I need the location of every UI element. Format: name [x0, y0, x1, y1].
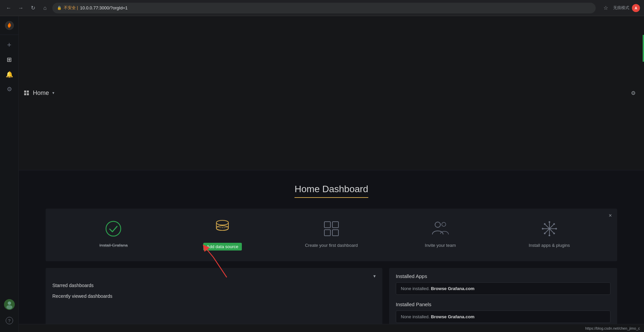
- sidebar-item-help[interactable]: ?: [0, 313, 19, 328]
- installed-apps-box: None installed. Browse Grafana.com: [396, 282, 610, 295]
- svg-point-1: [9, 26, 10, 27]
- getting-started-panel: × Install Grafana: [46, 209, 617, 261]
- main-content: Home Dashboard × Install Grafana: [19, 170, 644, 324]
- panel-dropdown-row: ▾: [52, 273, 376, 279]
- step-install-grafana[interactable]: Install Grafana: [59, 219, 168, 248]
- browser-chrome: ← → ↻ ⌂ 🔒 不安全 | 10.0.0.77:3000/?orgId=1 …: [0, 0, 644, 16]
- sidebar-item-alerts[interactable]: 🔔: [0, 67, 19, 82]
- svg-point-6: [216, 220, 228, 225]
- create-dashboard-icon: [322, 219, 341, 238]
- chevron-down-icon: ▾: [52, 91, 54, 95]
- svg-point-25: [544, 232, 545, 234]
- dashboard-settings-button[interactable]: ⚙: [628, 88, 639, 98]
- url-text: 10.0.0.77:3000/?orgId=1: [80, 5, 127, 10]
- browse-apps-link[interactable]: Browse Grafana.com: [431, 286, 475, 291]
- svg-point-18: [548, 221, 550, 223]
- url-prefix: 不安全 |: [64, 5, 78, 11]
- page-header: Home Dashboard: [19, 170, 644, 209]
- user-avatar: [4, 299, 15, 310]
- browser-actions: ☆ 无痕模式 A: [601, 3, 640, 13]
- add-icon: +: [7, 41, 11, 49]
- install-plugins-icon: [540, 219, 559, 238]
- install-grafana-label: Install Grafana: [99, 243, 128, 248]
- starred-dashboards-link[interactable]: Starred dashboards: [52, 281, 376, 289]
- installed-apps-title: Installed Apps: [396, 273, 610, 279]
- home-title-group[interactable]: Home ▾: [24, 90, 54, 97]
- alert-icon: 🔔: [6, 71, 13, 78]
- user-avatar-icon: [4, 299, 15, 310]
- invite-team-label: Invite your team: [425, 243, 456, 248]
- svg-point-5: [106, 221, 121, 236]
- svg-point-13: [442, 222, 446, 226]
- installed-panels-title: Installed Panels: [396, 301, 610, 307]
- incognito-label: 无痕模式: [613, 5, 629, 11]
- installed-panels-box: None installed. Browse Grafana.com: [396, 311, 610, 323]
- svg-rect-10: [324, 230, 330, 236]
- dashboard-sections: ▾ Starred dashboards Recently viewed das…: [46, 268, 617, 324]
- grafana-logo-icon: [5, 21, 14, 30]
- svg-rect-11: [332, 230, 338, 236]
- right-panel: Installed Apps None installed. Browse Gr…: [389, 268, 617, 324]
- svg-point-20: [542, 228, 543, 229]
- recent-dashboards-link[interactable]: Recently viewed dashboards: [52, 292, 376, 300]
- svg-point-21: [555, 228, 557, 229]
- create-dashboard-label: Create your first dashboard: [305, 243, 358, 248]
- grafana-logo[interactable]: [0, 16, 19, 35]
- grid-icon: [24, 91, 29, 95]
- install-plugins-label: Install apps & plugins: [529, 243, 570, 248]
- svg-point-3: [8, 301, 11, 305]
- sidebar: + ⊞ 🔔 ⚙ ?: [0, 16, 19, 332]
- page-title: Home Dashboard: [294, 184, 368, 198]
- svg-rect-8: [324, 222, 330, 228]
- svg-point-22: [544, 223, 545, 225]
- browse-panels-link[interactable]: Browse Grafana.com: [431, 314, 475, 319]
- svg-point-7: [216, 226, 228, 230]
- panel-dropdown-button[interactable]: ▾: [373, 273, 376, 279]
- sidebar-item-add[interactable]: +: [0, 38, 19, 52]
- help-icon: ?: [6, 317, 13, 324]
- step-invite-team[interactable]: Invite your team: [386, 219, 495, 248]
- sidebar-item-settings[interactable]: ⚙: [0, 82, 19, 97]
- left-panel: ▾ Starred dashboards Recently viewed das…: [46, 268, 382, 324]
- profile-avatar[interactable]: A: [632, 4, 640, 12]
- invite-team-icon: [431, 219, 450, 238]
- step-create-dashboard[interactable]: Create your first dashboard: [277, 219, 386, 248]
- installed-apps-empty-text: None installed.: [401, 286, 430, 291]
- bookmark-button[interactable]: ☆: [601, 3, 610, 13]
- sidebar-bottom: ?: [0, 297, 19, 332]
- app-container: + ⊞ 🔔 ⚙ ?: [0, 16, 644, 332]
- svg-point-19: [548, 234, 550, 236]
- status-bar: https://blog.csdn.net/chen_jimo_c: [19, 324, 644, 332]
- top-bar-actions: ⚙: [628, 88, 639, 98]
- home-button[interactable]: ⌂: [40, 3, 50, 13]
- dashboards-icon: ⊞: [7, 56, 12, 63]
- step-install-plugins[interactable]: Install apps & plugins: [495, 219, 604, 248]
- top-bar: Home ▾ ⚙: [19, 16, 644, 170]
- add-datasource-label: Add data source: [203, 243, 242, 251]
- steps-row: Install Grafana: [59, 219, 604, 251]
- add-datasource-icon: [213, 219, 232, 238]
- address-bar[interactable]: 🔒 不安全 | 10.0.0.77:3000/?orgId=1: [52, 3, 596, 13]
- settings-icon: ⚙: [7, 86, 12, 93]
- status-url: https://blog.csdn.net/chen_jimo_c: [585, 326, 640, 330]
- home-label: Home: [33, 90, 49, 97]
- installed-panels-section: Installed Panels None installed. Browse …: [396, 301, 610, 323]
- close-panel-button[interactable]: ×: [609, 213, 612, 219]
- reload-button[interactable]: ↻: [28, 3, 38, 13]
- sidebar-item-user[interactable]: [0, 297, 19, 312]
- back-button[interactable]: ←: [4, 3, 13, 13]
- step-add-datasource[interactable]: Add data source: [168, 219, 277, 251]
- installed-panels-empty-text: None installed.: [401, 314, 430, 319]
- svg-point-24: [553, 223, 555, 225]
- svg-point-23: [553, 232, 555, 234]
- installed-apps-section: Installed Apps None installed. Browse Gr…: [396, 273, 610, 295]
- install-grafana-icon: [104, 219, 123, 238]
- forward-button[interactable]: →: [16, 3, 25, 13]
- security-icon: 🔒: [57, 6, 62, 10]
- svg-rect-9: [332, 222, 338, 228]
- svg-point-12: [435, 222, 440, 227]
- sidebar-item-dashboards[interactable]: ⊞: [0, 52, 19, 67]
- svg-point-4: [6, 305, 12, 309]
